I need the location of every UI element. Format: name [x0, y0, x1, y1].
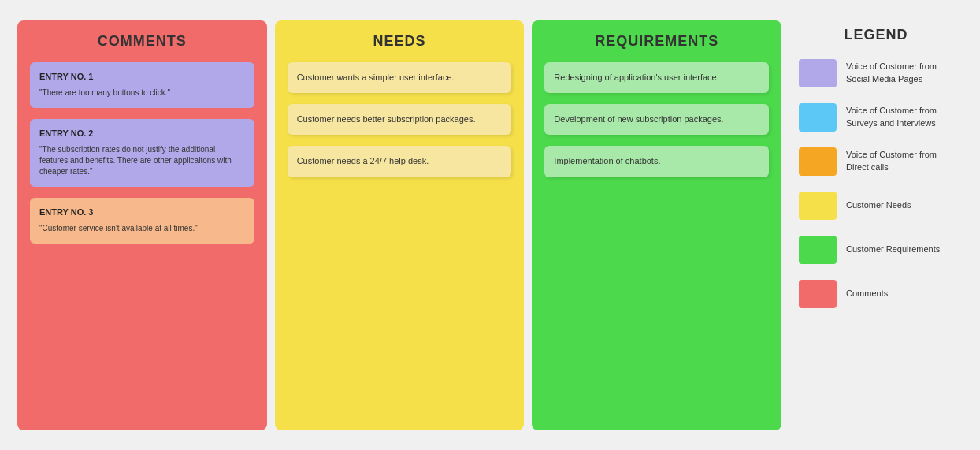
main-container: COMMENTS ENTRY NO. 1 "There are too many…	[17, 20, 963, 430]
need-text-need2: Customer needs better subscription packa…	[297, 113, 503, 125]
legend-label-legend3: Voice of Customer from Direct calls	[846, 149, 953, 173]
legend-color-legend4	[799, 192, 837, 220]
legend-item-legend5: Customer Requirements	[799, 236, 953, 264]
requirement-card-req2: Development of new subscription packages…	[544, 104, 769, 135]
requirements-items: Redesigning of application's user interf…	[544, 62, 769, 177]
requirement-text-req3: Implementation of chatbots.	[554, 155, 759, 167]
requirement-card-req1: Redesigning of application's user interf…	[544, 62, 769, 93]
legend-color-legend1	[799, 59, 837, 87]
requirement-card-req3: Implementation of chatbots.	[544, 146, 769, 177]
requirement-text-req2: Development of new subscription packages…	[554, 113, 759, 125]
legend-item-legend4: Customer Needs	[799, 192, 953, 220]
entry-title-entry2: ENTRY NO. 2	[39, 128, 245, 138]
entry-text-entry2: "The subscription rates do not justify t…	[39, 144, 245, 177]
legend-label-legend1: Voice of Customer from Social Media Page…	[846, 61, 953, 85]
legend-items: Voice of Customer from Social Media Page…	[799, 59, 953, 308]
need-card-need3: Customer needs a 24/7 help desk.	[288, 146, 512, 177]
entry-text-entry1: "There are too many buttons to click."	[39, 87, 245, 99]
need-text-need1: Customer wants a simpler user interface.	[297, 72, 503, 84]
need-card-need1: Customer wants a simpler user interface.	[288, 62, 512, 93]
comments-title: COMMENTS	[30, 33, 254, 50]
legend-column: LEGEND Voice of Customer from Social Med…	[789, 20, 963, 330]
legend-color-legend2	[799, 103, 837, 132]
legend-label-legend2: Voice of Customer from Surveys and Inter…	[846, 105, 953, 129]
comment-card-entry1: ENTRY NO. 1 "There are too many buttons …	[30, 62, 254, 108]
legend-label-legend5: Customer Requirements	[846, 244, 940, 255]
legend-title: LEGEND	[799, 27, 953, 43]
legend-item-legend2: Voice of Customer from Surveys and Inter…	[799, 103, 953, 132]
requirements-column: REQUIREMENTS Redesigning of application'…	[532, 20, 781, 430]
comments-column: COMMENTS ENTRY NO. 1 "There are too many…	[17, 20, 267, 430]
legend-item-legend3: Voice of Customer from Direct calls	[799, 147, 953, 176]
legend-label-legend6: Comments	[846, 288, 888, 299]
comments-entries: ENTRY NO. 1 "There are too many buttons …	[30, 62, 254, 244]
legend-color-legend3	[799, 147, 837, 176]
needs-column: NEEDS Customer wants a simpler user inte…	[275, 20, 525, 430]
entry-title-entry3: ENTRY NO. 3	[39, 207, 245, 217]
legend-item-legend6: Comments	[799, 280, 953, 308]
legend-color-legend6	[799, 280, 837, 308]
need-card-need2: Customer needs better subscription packa…	[288, 104, 512, 135]
legend-color-legend5	[799, 236, 837, 264]
need-text-need3: Customer needs a 24/7 help desk.	[297, 155, 503, 167]
entry-text-entry3: "Customer service isn't available at all…	[39, 223, 245, 234]
requirement-text-req1: Redesigning of application's user interf…	[554, 72, 759, 84]
comment-card-entry2: ENTRY NO. 2 "The subscription rates do n…	[30, 119, 254, 187]
legend-label-legend4: Customer Needs	[846, 199, 911, 211]
legend-item-legend1: Voice of Customer from Social Media Page…	[799, 59, 953, 87]
needs-items: Customer wants a simpler user interface.…	[288, 62, 512, 177]
needs-title: NEEDS	[288, 33, 512, 50]
requirements-title: REQUIREMENTS	[544, 33, 769, 50]
entry-title-entry1: ENTRY NO. 1	[39, 72, 245, 81]
comment-card-entry3: ENTRY NO. 3 "Customer service isn't avai…	[30, 198, 254, 244]
